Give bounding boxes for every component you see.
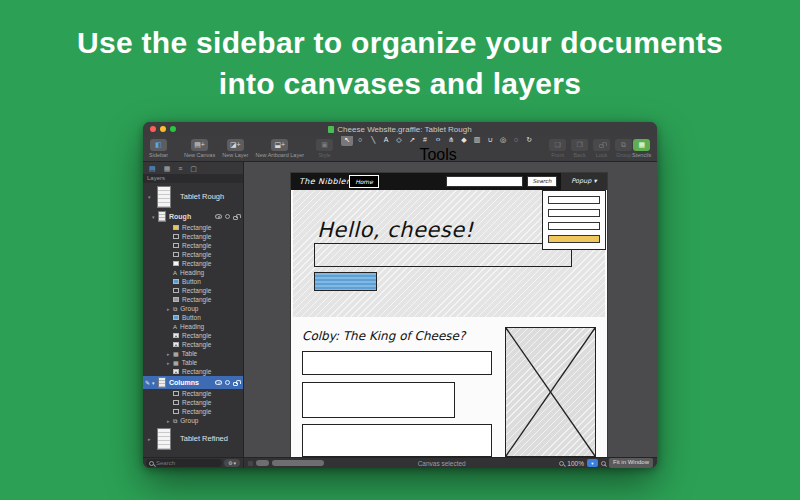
wf-popup-dropdown[interactable] bbox=[542, 190, 606, 250]
back-button[interactable]: ❐ Back bbox=[571, 139, 588, 158]
search-options-button[interactable]: ⚙▾ bbox=[224, 459, 240, 467]
sidebar-footer: Search ⚙▾ bbox=[143, 458, 244, 468]
item-row-rectangle[interactable]: Rectangle bbox=[143, 398, 243, 407]
item-row-rectangle[interactable]: Rectangle bbox=[143, 250, 243, 259]
item-row-group[interactable]: ▸⧉Group bbox=[143, 304, 243, 313]
new-canvas-icon: ▤+ bbox=[191, 139, 208, 151]
canvases-tab[interactable]: ▤ bbox=[149, 165, 156, 172]
app-window: Cheese Website.graffle: Tablet Rough ◧ S… bbox=[143, 122, 657, 468]
selection-tab[interactable]: ▢ bbox=[190, 165, 197, 172]
zoom-out-icon[interactable] bbox=[559, 461, 564, 466]
item-row-rectangle[interactable]: Rectangle bbox=[143, 241, 243, 250]
disclosure-triangle[interactable]: ▾ bbox=[148, 194, 154, 200]
zoom-dropdown-button[interactable]: ▾ bbox=[587, 459, 598, 467]
wf-dropdown-row[interactable] bbox=[548, 222, 600, 230]
front-icon: ❏ bbox=[549, 139, 566, 151]
item-row-rectangle[interactable]: Rectangle bbox=[143, 223, 243, 232]
rect-yellow-icon bbox=[173, 225, 179, 230]
row-label: Rectangle bbox=[182, 390, 211, 397]
canvas-area[interactable]: Hello, cheese! The Nibbler Home Search P… bbox=[244, 162, 657, 457]
wf-image-placeholder[interactable] bbox=[505, 327, 596, 457]
item-row-group[interactable]: ▸⧉Group bbox=[143, 416, 243, 425]
item-row-rectangle[interactable]: Rectangle bbox=[143, 259, 243, 268]
item-row-button[interactable]: Button bbox=[143, 277, 243, 286]
item-row-rectangle[interactable]: Rectangle bbox=[143, 295, 243, 304]
item-row-rectangle[interactable]: Rectangle bbox=[143, 367, 243, 376]
stencils-button[interactable]: ▦ Stencils bbox=[632, 139, 651, 158]
group-icon: ⧉ bbox=[173, 306, 177, 312]
grid-tab[interactable]: ▦ bbox=[164, 165, 171, 172]
rect-gray-icon bbox=[173, 297, 179, 302]
wf-hero-rectangle[interactable] bbox=[314, 243, 572, 267]
wf-search-input[interactable] bbox=[446, 176, 523, 187]
item-row-rectangle[interactable]: Rectangle bbox=[143, 331, 243, 340]
wf-text-rectangle[interactable] bbox=[302, 424, 492, 457]
wf-home-button[interactable]: Home bbox=[349, 175, 379, 188]
wf-dropdown-row[interactable] bbox=[548, 209, 600, 217]
wf-hero-blue-button[interactable] bbox=[314, 272, 377, 291]
scroll-thumb-small[interactable] bbox=[256, 460, 269, 466]
row-label: Rectangle bbox=[182, 260, 211, 267]
print-icon[interactable] bbox=[225, 214, 230, 219]
placeholder-x-icon bbox=[506, 328, 595, 456]
fit-in-window-button[interactable]: Fit in Window bbox=[609, 458, 653, 467]
wf-section-heading[interactable]: Colby: The King of Cheese? bbox=[302, 329, 465, 343]
zoom-level[interactable]: 100% bbox=[567, 460, 584, 467]
back-icon: ❐ bbox=[571, 139, 588, 151]
layers-header: Layers bbox=[143, 174, 243, 183]
item-row-rectangle[interactable]: Rectangle bbox=[143, 389, 243, 398]
item-row-rectangle[interactable]: Rectangle bbox=[143, 340, 243, 349]
item-row-heading[interactable]: AHeading bbox=[143, 322, 243, 331]
item-row-table[interactable]: ▸▦Table bbox=[143, 349, 243, 358]
gear-icon: ⚙ bbox=[228, 460, 232, 466]
print-icon[interactable] bbox=[225, 380, 230, 385]
wf-dropdown-row-highlighted[interactable] bbox=[548, 235, 600, 243]
wf-popup-button[interactable]: Popup ▾ bbox=[561, 173, 607, 190]
visibility-eye-icon[interactable] bbox=[215, 380, 222, 385]
wf-hero-heading[interactable]: Hello, cheese! bbox=[317, 218, 474, 242]
group-button[interactable]: ⧉ Group bbox=[615, 139, 632, 158]
new-layer-button[interactable]: ◪+ New Layer bbox=[222, 139, 248, 158]
front-button[interactable]: ❏ Front bbox=[549, 139, 566, 158]
row-label: Heading bbox=[180, 323, 204, 330]
wf-search-button[interactable]: Search bbox=[527, 176, 557, 187]
row-label: Rectangle bbox=[182, 399, 211, 406]
wf-text-rectangle[interactable] bbox=[302, 351, 492, 375]
style-button[interactable]: ▣ Style bbox=[316, 139, 333, 158]
table-icon: ▦ bbox=[173, 360, 179, 366]
canvas-thumbnail bbox=[157, 428, 171, 450]
canvas-row-tablet-rough[interactable]: ▾Tablet Rough bbox=[143, 183, 243, 210]
item-row-heading[interactable]: AHeading bbox=[143, 268, 243, 277]
layer-row-columns[interactable]: ✎▾Columns bbox=[143, 376, 243, 389]
unlocked-padlock-icon[interactable] bbox=[233, 382, 238, 386]
layer-row-rough[interactable]: ▾Rough bbox=[143, 210, 243, 223]
selection-status: Canvas selected bbox=[324, 460, 559, 467]
new-canvas-button[interactable]: ▤+ New Canvas bbox=[184, 139, 215, 158]
item-row-rectangle[interactable]: Rectangle bbox=[143, 286, 243, 295]
wf-dropdown-row[interactable] bbox=[548, 196, 600, 204]
sidebar-search-field[interactable]: Search bbox=[146, 459, 222, 467]
item-row-rectangle[interactable]: Rectangle bbox=[143, 407, 243, 416]
outline-tab[interactable]: ≡ bbox=[178, 165, 182, 172]
wf-text-rectangle[interactable] bbox=[302, 382, 455, 418]
style-icon: ▣ bbox=[316, 139, 333, 151]
visibility-eye-icon[interactable] bbox=[215, 214, 222, 219]
editing-pencil-icon: ✎ bbox=[145, 379, 150, 386]
item-row-table[interactable]: ▸▦Table bbox=[143, 358, 243, 367]
sidebar-toggle-button[interactable]: ◧ Sidebar bbox=[149, 139, 168, 158]
canvas-row-tablet-refined[interactable]: ▸Tablet Refined bbox=[143, 425, 243, 452]
row-label: Columns bbox=[169, 379, 199, 386]
wf-navbar[interactable]: The Nibbler Home Search Popup ▾ bbox=[291, 173, 607, 190]
scroll-thumb[interactable] bbox=[272, 460, 324, 466]
new-artboard-layer-button[interactable]: ⬓+ New Artboard Layer bbox=[255, 139, 304, 158]
disclosure-triangle[interactable]: ▸ bbox=[148, 436, 154, 442]
row-label: Rectangle bbox=[182, 251, 211, 258]
unlocked-padlock-icon[interactable] bbox=[233, 216, 238, 220]
wireframe-page[interactable]: Hello, cheese! The Nibbler Home Search P… bbox=[291, 173, 607, 457]
rect-img-icon bbox=[173, 333, 179, 338]
item-row-button[interactable]: Button bbox=[143, 313, 243, 322]
item-row-rectangle[interactable]: Rectangle bbox=[143, 232, 243, 241]
row-label: Button bbox=[182, 278, 201, 285]
lock-button[interactable]: Lock bbox=[593, 139, 610, 158]
zoom-in-icon[interactable] bbox=[601, 461, 606, 466]
